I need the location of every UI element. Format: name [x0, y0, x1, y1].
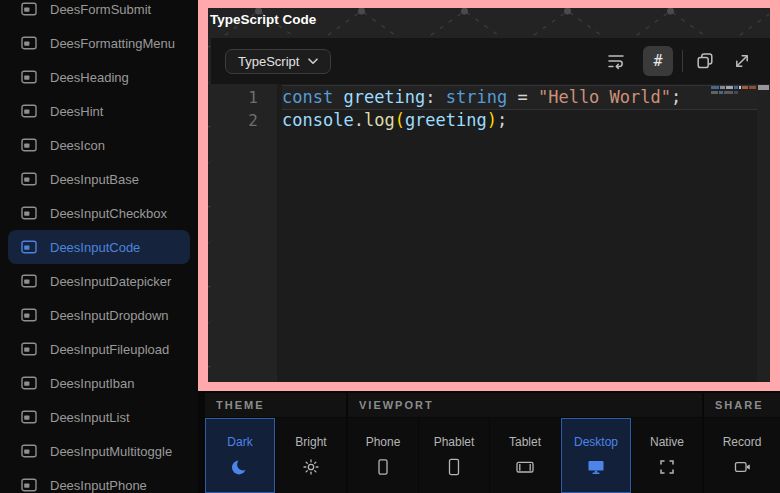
component-icon: [21, 36, 37, 50]
viewport-tablet-button[interactable]: Tablet: [490, 418, 560, 493]
component-icon: [21, 274, 37, 288]
code-token: ): [487, 110, 497, 130]
code-token: log: [364, 110, 395, 130]
code-area[interactable]: 1 2 const greeting: string = "Hello Worl…: [211, 84, 770, 382]
code-line: console.log(greeting);: [282, 109, 770, 132]
code-token: ;: [497, 110, 507, 130]
theme-bright-label: Bright: [295, 435, 326, 449]
demo-title: TypeScript Code: [210, 12, 316, 27]
share-section: SHARE Record: [704, 393, 780, 493]
sidebar-item-deesinputcode[interactable]: DeesInputCode: [8, 230, 190, 264]
sidebar-item-deesinputiban[interactable]: DeesInputIban: [8, 366, 190, 400]
component-icon: [21, 478, 37, 492]
viewport-desktop-button[interactable]: Desktop: [561, 418, 631, 493]
sidebar-item-label: DeesHeading: [50, 70, 129, 85]
demo-frame: TypeScript Code TypeScript: [198, 0, 780, 391]
code-token: console: [282, 110, 354, 130]
component-icon: [21, 2, 37, 16]
record-icon: [733, 458, 752, 476]
demo-stage: TypeScript Code TypeScript: [208, 8, 770, 382]
sidebar-item-deesinputmultitoggle[interactable]: DeesInputMultitoggle: [8, 434, 190, 468]
share-record-label: Record: [723, 435, 762, 449]
share-record-button[interactable]: Record: [704, 418, 780, 493]
desktop-icon: [587, 458, 605, 476]
sidebar-item-deesheading[interactable]: DeesHeading: [8, 60, 190, 94]
editor-scrollbar[interactable]: [757, 84, 770, 382]
word-wrap-icon[interactable]: [606, 51, 626, 71]
theme-bright-button[interactable]: Bright: [276, 418, 346, 493]
code-token: greeting: [343, 87, 425, 107]
sidebar-item-deesinputbase[interactable]: DeesInputBase: [8, 162, 190, 196]
phablet-icon: [445, 458, 463, 476]
code-token: const: [282, 87, 343, 107]
sidebar-item-deesformattingmenu[interactable]: DeesFormattingMenu: [8, 26, 190, 60]
sidebar-item-label: DeesInputCode: [50, 240, 140, 255]
sidebar-item-deesinputfileupload[interactable]: DeesInputFileupload: [8, 332, 190, 366]
code-token: greeting: [405, 110, 487, 130]
toolbar-divider: [682, 50, 683, 72]
component-icon: [21, 172, 37, 186]
viewport-tablet-label: Tablet: [509, 435, 541, 449]
sidebar-item-deeshint[interactable]: DeesHint: [8, 94, 190, 128]
viewport-native-button[interactable]: Native: [632, 418, 702, 493]
chevron-down-icon: [308, 58, 318, 65]
theme-dark-button[interactable]: Dark: [205, 418, 275, 493]
viewport-phone-label: Phone: [366, 435, 401, 449]
code-token: .: [354, 110, 364, 130]
tablet-icon: [515, 458, 535, 476]
theme-section-header: THEME: [205, 393, 346, 417]
sidebar-item-deesinputdatepicker[interactable]: DeesInputDatepicker: [8, 264, 190, 298]
phone-icon: [374, 458, 392, 476]
viewport-phablet-label: Phablet: [434, 435, 475, 449]
sidebar-item-label: DeesInputDropdown: [50, 308, 169, 323]
minimap-line: [711, 86, 756, 89]
component-sidebar: DeesFormSubmit DeesFormattingMenu DeesHe…: [0, 0, 198, 493]
line-number: 1: [211, 86, 258, 109]
code-content: const greeting: string = "Hello World"; …: [277, 84, 770, 382]
sidebar-item-label: DeesInputList: [50, 410, 130, 425]
component-icon: [21, 104, 37, 118]
sidebar-item-deesinputdropdown[interactable]: DeesInputDropdown: [8, 298, 190, 332]
scrollbar-thumb[interactable]: [758, 85, 769, 90]
language-dropdown[interactable]: TypeScript: [225, 49, 331, 74]
sidebar-item-label: DeesInputPhone: [50, 478, 147, 493]
component-list: DeesFormSubmit DeesFormattingMenu DeesHe…: [8, 0, 190, 493]
sidebar-item-label: DeesInputBase: [50, 172, 139, 187]
sidebar-item-label: DeesInputIban: [50, 376, 135, 391]
copy-icon[interactable]: [695, 51, 715, 71]
code-token: (: [395, 110, 405, 130]
component-icon: [21, 138, 37, 152]
theme-section: THEME Dark Bright: [205, 393, 346, 493]
component-icon: [21, 376, 37, 390]
sidebar-item-label: DeesHint: [50, 104, 103, 119]
code-line: const greeting: string = "Hello World";: [282, 86, 770, 109]
sidebar-item-label: DeesInputDatepicker: [50, 274, 171, 289]
properties-toolbar: THEME Dark Bright: [205, 393, 780, 493]
line-numbers-icon[interactable]: #: [643, 46, 673, 76]
minimap[interactable]: [711, 86, 756, 96]
component-icon: [21, 240, 37, 254]
sidebar-item-deesicon[interactable]: DeesIcon: [8, 128, 190, 162]
sidebar-item-deesinputphone[interactable]: DeesInputPhone: [8, 468, 190, 493]
code-token: "Hello World": [538, 87, 671, 107]
sidebar-item-deesinputlist[interactable]: DeesInputList: [8, 400, 190, 434]
sidebar-item-deesformsubmit[interactable]: DeesFormSubmit: [8, 0, 190, 26]
sidebar-item-deesinputcheckbox[interactable]: DeesInputCheckbox: [8, 196, 190, 230]
viewport-desktop-label: Desktop: [574, 435, 618, 449]
sidebar-item-label: DeesInputFileupload: [50, 342, 169, 357]
code-token: :: [425, 87, 445, 107]
viewport-section: VIEWPORT Phone Phablet Tablet: [348, 393, 702, 493]
viewport-phablet-button[interactable]: Phablet: [419, 418, 489, 493]
sun-icon: [302, 458, 320, 476]
code-editor: TypeScript #: [211, 38, 770, 382]
code-token: ;: [671, 87, 681, 107]
code-token: =: [507, 87, 538, 107]
viewport-section-header: VIEWPORT: [348, 393, 702, 417]
share-section-header: SHARE: [704, 393, 780, 417]
expand-icon[interactable]: [732, 51, 752, 71]
component-icon: [21, 444, 37, 458]
viewport-native-label: Native: [650, 435, 684, 449]
line-number: 2: [211, 109, 258, 132]
native-icon: [658, 458, 676, 476]
viewport-phone-button[interactable]: Phone: [348, 418, 418, 493]
